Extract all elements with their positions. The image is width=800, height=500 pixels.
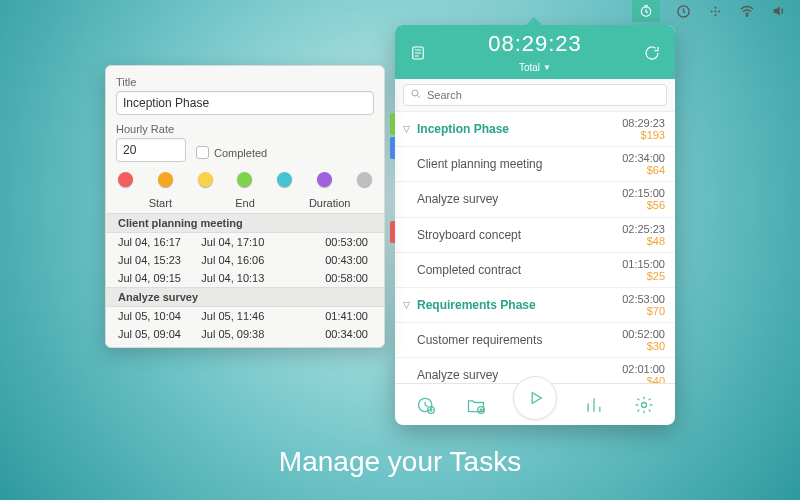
clock-icon[interactable] bbox=[674, 2, 692, 20]
task-item[interactable]: Stroyboard concept02:25:23$48 bbox=[395, 218, 675, 253]
page-caption: Manage your Tasks bbox=[0, 446, 800, 478]
cell-end: Jul 05, 11:46 bbox=[201, 310, 284, 322]
task-duration: 02:25:23 bbox=[622, 223, 665, 235]
task-amount: $25 bbox=[622, 270, 665, 282]
sync-icon[interactable] bbox=[639, 44, 665, 62]
group-name: Inception Phase bbox=[417, 122, 622, 136]
svg-point-7 bbox=[746, 15, 747, 16]
mode-label: Total bbox=[519, 62, 540, 73]
chevron-down-icon: ▼ bbox=[543, 63, 551, 72]
task-name: Client planning meeting bbox=[403, 157, 622, 171]
session-row[interactable]: Jul 05, 09:04Jul 05, 09:3800:34:00 bbox=[116, 325, 374, 343]
color-swatch[interactable] bbox=[357, 172, 372, 187]
color-swatch[interactable] bbox=[198, 172, 213, 187]
completed-label: Completed bbox=[214, 147, 267, 159]
session-row[interactable]: Jul 04, 16:17Jul 04, 17:1000:53:00 bbox=[116, 233, 374, 251]
search-icon bbox=[410, 86, 422, 104]
cell-end: Jul 04, 17:10 bbox=[201, 236, 284, 248]
search-bar bbox=[395, 79, 675, 112]
color-swatch[interactable] bbox=[317, 172, 332, 187]
task-name: Stroyboard concept bbox=[403, 228, 622, 242]
group-amount: $70 bbox=[622, 305, 665, 317]
cell-start: Jul 05, 10:04 bbox=[118, 310, 201, 322]
search-input[interactable] bbox=[427, 89, 660, 101]
title-input[interactable] bbox=[116, 91, 374, 115]
col-end: End bbox=[203, 197, 288, 209]
cell-duration: 00:34:00 bbox=[285, 328, 372, 340]
task-amount: $48 bbox=[622, 235, 665, 247]
notes-icon[interactable] bbox=[405, 44, 431, 62]
group-amount: $193 bbox=[622, 129, 665, 141]
color-swatch[interactable] bbox=[118, 172, 133, 187]
color-swatch[interactable] bbox=[277, 172, 292, 187]
wifi-icon[interactable] bbox=[738, 2, 756, 20]
dots-icon[interactable] bbox=[706, 2, 724, 20]
svg-point-3 bbox=[710, 10, 712, 12]
cell-start: Jul 04, 16:17 bbox=[118, 236, 201, 248]
color-picker bbox=[118, 172, 372, 187]
session-row[interactable]: Jul 05, 10:04Jul 05, 11:4601:41:00 bbox=[116, 307, 374, 325]
task-name: Analyze survey bbox=[403, 368, 622, 382]
app-menubar-icon[interactable] bbox=[632, 0, 660, 22]
task-item[interactable]: Analyze survey02:15:00$56 bbox=[395, 182, 675, 217]
session-row[interactable]: Jul 04, 15:23Jul 04, 16:0600:43:00 bbox=[116, 251, 374, 269]
rate-input[interactable] bbox=[116, 138, 186, 162]
disclosure-icon: ▽ bbox=[403, 124, 413, 134]
svg-point-6 bbox=[714, 10, 716, 12]
task-item[interactable]: Completed contract01:15:00$25 bbox=[395, 253, 675, 288]
task-name: Analyze survey bbox=[403, 192, 622, 206]
group-name: Requirements Phase bbox=[417, 298, 622, 312]
reports-button[interactable] bbox=[581, 392, 607, 418]
task-amount: $64 bbox=[622, 164, 665, 176]
volume-icon[interactable] bbox=[770, 2, 788, 20]
col-duration: Duration bbox=[287, 197, 372, 209]
completed-checkbox[interactable]: Completed bbox=[196, 146, 267, 159]
group-duration: 02:53:00 bbox=[622, 293, 665, 305]
task-duration: 01:15:00 bbox=[622, 258, 665, 270]
title-label: Title bbox=[116, 76, 374, 88]
color-swatch[interactable] bbox=[158, 172, 173, 187]
task-name: Customer requirements bbox=[403, 333, 622, 347]
cell-end: Jul 05, 09:38 bbox=[201, 328, 284, 340]
popover-footer bbox=[395, 383, 675, 425]
task-group[interactable]: ▽Requirements Phase02:53:00$70 bbox=[395, 288, 675, 323]
session-group-header: Client planning meeting bbox=[106, 213, 384, 233]
svg-point-2 bbox=[714, 6, 716, 8]
cell-duration: 00:43:00 bbox=[285, 254, 372, 266]
task-item[interactable]: Customer requirements00:52:00$30 bbox=[395, 323, 675, 358]
task-amount: $40 bbox=[622, 375, 665, 383]
total-time: 08:29:23 bbox=[431, 31, 639, 57]
svg-point-4 bbox=[718, 10, 720, 12]
svg-point-13 bbox=[642, 402, 647, 407]
task-detail-panel: Title Hourly Rate Completed Start End Du… bbox=[105, 65, 385, 348]
task-duration: 02:15:00 bbox=[622, 187, 665, 199]
session-group-header: Analyze survey bbox=[106, 287, 384, 307]
color-swatch[interactable] bbox=[237, 172, 252, 187]
play-button[interactable] bbox=[513, 376, 557, 420]
task-group[interactable]: ▽Inception Phase08:29:23$193 bbox=[395, 112, 675, 147]
svg-point-5 bbox=[714, 14, 716, 16]
checkbox-icon bbox=[196, 146, 209, 159]
cell-start: Jul 04, 15:23 bbox=[118, 254, 201, 266]
task-amount: $56 bbox=[622, 199, 665, 211]
add-time-button[interactable] bbox=[413, 392, 439, 418]
sessions-table: Client planning meetingJul 04, 16:17Jul … bbox=[116, 213, 374, 343]
cell-end: Jul 04, 10:13 bbox=[201, 272, 284, 284]
task-item[interactable]: Client planning meeting02:34:00$64 bbox=[395, 147, 675, 182]
disclosure-icon: ▽ bbox=[403, 300, 413, 310]
group-duration: 08:29:23 bbox=[622, 117, 665, 129]
settings-button[interactable] bbox=[631, 392, 657, 418]
task-list[interactable]: ▽Inception Phase08:29:23$193Client plann… bbox=[395, 112, 675, 383]
mode-selector[interactable]: Total ▼ bbox=[519, 62, 551, 73]
svg-point-9 bbox=[412, 90, 418, 96]
popover-header: 08:29:23 Total ▼ bbox=[395, 25, 675, 79]
rate-label: Hourly Rate bbox=[116, 123, 186, 135]
task-duration: 02:01:00 bbox=[622, 363, 665, 375]
session-row[interactable]: Jul 04, 09:15Jul 04, 10:1300:58:00 bbox=[116, 269, 374, 287]
cell-duration: 00:53:00 bbox=[285, 236, 372, 248]
col-start: Start bbox=[118, 197, 203, 209]
task-amount: $30 bbox=[622, 340, 665, 352]
cell-end: Jul 04, 16:06 bbox=[201, 254, 284, 266]
add-folder-button[interactable] bbox=[463, 392, 489, 418]
task-name: Completed contract bbox=[403, 263, 622, 277]
